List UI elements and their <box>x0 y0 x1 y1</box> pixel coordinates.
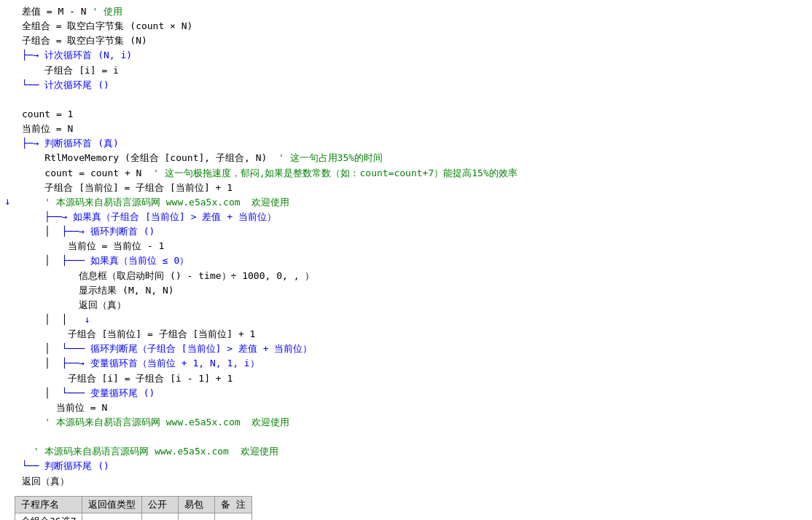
code-line: 显示结果 (M, N, N) <box>22 283 797 298</box>
code-text: 当前位 = 当前位 - 1 <box>22 239 164 253</box>
code-line: 子组合 = 取空白字节集 (N) <box>22 34 797 48</box>
code-comment: ' 本源码来自易语言源码网 www.e5a5x.com 欢迎使用 <box>44 195 289 210</box>
code-text: │ <box>22 253 62 268</box>
code-text: count = count + N <box>22 166 153 181</box>
table-header-row: 子程序名 返回值类型 公开 易包 备 注 <box>15 496 252 513</box>
code-comment: ' 这一句极拖速度，郁闷,如果是整数常数（如：count=count+7）能提高… <box>153 166 518 181</box>
code-keyword: 循环判断尾（子组合 [当前位] > 差值 + 当前位） <box>85 342 312 356</box>
code-text <box>22 415 44 430</box>
code-line: ' 本源码来自易语言源码网 www.e5a5x.com 欢迎使用 <box>22 415 797 430</box>
code-comment: ' 使用 <box>92 4 122 19</box>
code-line: │ ├──→ 变量循环首（当前位 + 1, N, 1, i） <box>22 356 797 371</box>
code-line <box>22 430 797 444</box>
code-arrow: ├─→ <box>22 136 39 151</box>
code-line: │ ├──→ 循环判断首 () <box>22 224 797 239</box>
code-keyword: 如果真（子组合 [当前位] > 差值 + 当前位） <box>68 210 276 224</box>
code-line: 当前位 = 当前位 - 1 <box>22 239 797 253</box>
code-text: 子组合 [当前位] = 子组合 [当前位] + 1 <box>22 181 233 195</box>
code-line: │ └─── 变量循环尾 () <box>22 386 797 401</box>
code-arrow: ├──→ <box>44 210 67 224</box>
code-arrow: └── <box>22 459 39 473</box>
code-line: ├──→ 如果真（子组合 [当前位] > 差值 + 当前位） <box>22 210 797 224</box>
code-line: 子组合 [i] = 子组合 [i - 1] + 1 <box>22 371 797 386</box>
code-text: RtlMoveMemory (全组合 [count], 子组合, N) <box>22 151 278 165</box>
cell-subname: 全组合36选7 <box>15 513 82 520</box>
table-row: 全组合36选7 <box>15 513 252 520</box>
code-keyword: 如果真（当前位 ≤ 0） <box>85 253 189 268</box>
code-text <box>22 444 34 459</box>
code-arrow: ├──→ <box>62 224 85 239</box>
code-area: 差值 = M - N ' 使用 全组合 = 取空白字节集 (count × N)… <box>0 3 812 490</box>
code-text: 当前位 = N <box>22 122 73 136</box>
code-keyword: 计次循环首 (N, i) <box>39 48 132 63</box>
code-text: │ │ <box>22 312 85 327</box>
code-line: └── 判断循环尾 () <box>22 459 797 473</box>
code-line: count = count + N ' 这一句极拖速度，郁闷,如果是整数常数（如… <box>22 166 797 181</box>
code-text: 当前位 = N <box>22 401 107 415</box>
code-line: count = 1 <box>22 107 797 122</box>
code-text: 子组合 = 取空白字节集 (N) <box>22 34 147 48</box>
code-keyword: 变量循环首（当前位 + 1, N, 1, i） <box>85 356 259 371</box>
bottom-tables: 子程序名 返回值类型 公开 易包 备 注 全组合36选7 变量名 类 型 静态 <box>15 496 797 520</box>
code-text: │ <box>22 356 62 371</box>
code-keyword: 判断循环尾 () <box>39 459 109 473</box>
code-comment: ' 这一句占用35%的时间 <box>278 151 383 165</box>
code-keyword: 循环判断首 () <box>85 224 155 239</box>
code-line: 全组合 = 取空白字节集 (count × N) <box>22 19 797 34</box>
code-arrow: └─── <box>62 342 85 356</box>
code-line: │ │ ↓ <box>22 312 797 327</box>
code-line: ' 本源码来自易语言源码网 www.e5a5x.com 欢迎使用 <box>22 444 797 459</box>
code-text: 返回（真） <box>22 298 126 312</box>
code-text <box>22 210 44 224</box>
col-easy: 易包 <box>179 496 215 513</box>
code-comment: ' 本源码来自易语言源码网 www.e5a5x.com 欢迎使用 <box>34 444 278 459</box>
code-line: ' 本源码来自易语言源码网 www.e5a5x.com 欢迎使用 <box>22 195 797 210</box>
code-line: 当前位 = N <box>22 401 797 415</box>
col-subname: 子程序名 <box>15 496 82 513</box>
code-text: 差值 = M - N <box>22 4 92 19</box>
code-text: 子组合 [i] = i <box>22 63 119 78</box>
code-line: 返回（真） <box>22 298 797 312</box>
col-public: 公开 <box>142 496 179 513</box>
code-arrow: ↓ <box>85 312 90 327</box>
code-line: 子组合 [i] = i <box>22 63 797 78</box>
code-keyword: 计次循环尾 () <box>39 78 109 92</box>
col-rettype: 返回值类型 <box>82 496 142 513</box>
code-keyword: 判断循环首 (真) <box>39 136 118 151</box>
code-line: 返回（真） <box>22 474 797 489</box>
code-line: └── 计次循环尾 () <box>22 78 797 92</box>
code-line: │ └─── 循环判断尾（子组合 [当前位] > 差值 + 当前位） <box>22 342 797 356</box>
code-comment: ' 本源码来自易语言源码网 www.e5a5x.com 欢迎使用 <box>44 415 289 430</box>
code-arrow: └── <box>22 78 39 92</box>
side-arrow-icon: ↓ <box>4 195 10 207</box>
main-container: ↓ 差值 = M - N ' 使用 全组合 = 取空白字节集 (count × … <box>0 0 812 520</box>
code-line: ├─→ 判断循环首 (真) <box>22 136 797 151</box>
code-line <box>22 92 797 107</box>
cell-easy <box>179 513 215 520</box>
code-text: 子组合 [当前位] = 子组合 [当前位] + 1 <box>22 327 255 342</box>
code-line: 子组合 [当前位] = 子组合 [当前位] + 1 <box>22 181 797 195</box>
code-text: │ <box>22 224 62 239</box>
code-line: 差值 = M - N ' 使用 <box>22 4 797 19</box>
cell-note <box>215 513 252 520</box>
code-text: 子组合 [i] = 子组合 [i - 1] + 1 <box>22 371 233 386</box>
code-line: 当前位 = N <box>22 122 797 136</box>
code-line: RtlMoveMemory (全组合 [count], 子组合, N) ' 这一… <box>22 151 797 165</box>
code-arrow: └─── <box>62 386 85 401</box>
code-line: │ ├─── 如果真（当前位 ≤ 0） <box>22 253 797 268</box>
code-text <box>22 195 44 210</box>
cell-public <box>142 513 179 520</box>
code-arrow: ├─→ <box>22 48 39 63</box>
code-text: 全组合 = 取空白字节集 (count × N) <box>22 19 192 34</box>
code-arrow: ├─── <box>62 253 85 268</box>
code-text: │ <box>22 386 62 401</box>
col-note: 备 注 <box>215 496 252 513</box>
code-text: 显示结果 (M, N, N) <box>22 283 174 298</box>
code-text: 返回（真） <box>22 474 69 489</box>
code-text: 信息框（取启动时间 () - time）÷ 1000, 0, , ） <box>22 269 314 283</box>
code-line: 信息框（取启动时间 () - time）÷ 1000, 0, , ） <box>22 269 797 283</box>
subroutine-table: 子程序名 返回值类型 公开 易包 备 注 全组合36选7 <box>15 496 252 520</box>
code-keyword: 变量循环尾 () <box>85 386 155 401</box>
code-text: count = 1 <box>22 107 73 122</box>
code-line: 子组合 [当前位] = 子组合 [当前位] + 1 <box>22 327 797 342</box>
